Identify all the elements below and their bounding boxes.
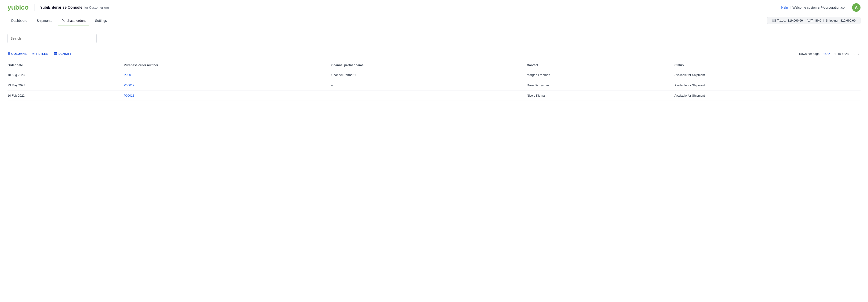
cell-status: Available for Shipment — [675, 80, 861, 91]
rows-per-page-label: Rows per page: — [799, 52, 820, 56]
cell-order-date: 10 Feb 2022 — [7, 91, 124, 101]
avatar[interactable]: A — [852, 3, 861, 12]
cell-po-number[interactable]: P00013 — [124, 70, 331, 80]
cell-order-date: 18 Aug 2023 — [7, 70, 124, 80]
nav-item-settings[interactable]: Settings — [91, 15, 111, 26]
header-sep: | — [790, 6, 790, 9]
org-label: for Customer org — [84, 6, 109, 9]
nav-summary: US Taxes: $10,000.00 | VAT: $0.0 | Shipp… — [767, 17, 861, 24]
next-page-button[interactable]: › — [858, 51, 861, 57]
col-po-number: Purchase order number — [124, 60, 331, 70]
cell-contact: Nicole Kidman — [527, 91, 675, 101]
pagination-controls: Rows per page: 15 25 50 1–15 of 28 ‹ › — [799, 51, 861, 57]
cell-channel-partner: Channel Partner 1 — [331, 70, 527, 80]
nav-bar: Dashboard Shipments Purchase orders Sett… — [0, 15, 868, 26]
columns-label: COLUMNS — [11, 52, 27, 56]
cell-contact: Drew Barrymore — [527, 80, 675, 91]
pagination-info: 1–15 of 28 — [834, 52, 848, 56]
filters-label: FILTERS — [36, 52, 48, 56]
taxes-label: US Taxes: — [772, 19, 786, 22]
nav-sep-2: | — [823, 19, 824, 22]
columns-icon — [7, 52, 10, 56]
cell-po-number[interactable]: P00012 — [124, 80, 331, 91]
welcome-text: Welcome customer@corporation.com — [793, 6, 847, 9]
prev-page-button[interactable]: ‹ — [852, 51, 855, 57]
density-label: DENSITY — [58, 52, 71, 56]
nav-sep-1: | — [805, 19, 805, 22]
table-row: 18 Aug 2023P00013Channel Partner 1Morgan… — [7, 70, 861, 80]
table-row: 10 Feb 2022P00011--Nicole KidmanAvailabl… — [7, 91, 861, 101]
search-input[interactable] — [10, 37, 93, 40]
col-status: Status — [675, 60, 861, 70]
cell-channel-partner: -- — [331, 80, 527, 91]
cell-po-number[interactable]: P00011 — [124, 91, 331, 101]
cell-order-date: 23 May 2023 — [7, 80, 124, 91]
logo: yubico — [7, 4, 29, 11]
shipping-value: $10,000.00 — [840, 19, 856, 22]
vat-label: VAT: — [807, 19, 813, 22]
rows-per-page-select[interactable]: 15 25 50 — [822, 52, 831, 56]
filters-button[interactable]: FILTERS — [32, 51, 49, 57]
columns-button[interactable]: COLUMNS — [7, 51, 27, 57]
header-right: Help | Welcome customer@corporation.com … — [781, 3, 861, 12]
main-content: COLUMNS FILTERS DENSITY Rows per page: 1… — [0, 26, 868, 101]
col-channel-partner: Channel partner name — [331, 60, 527, 70]
density-icon — [54, 52, 57, 56]
nav-item-purchase-orders[interactable]: Purchase orders — [58, 15, 90, 26]
help-link[interactable]: Help — [781, 6, 788, 9]
col-order-date: Order date — [7, 60, 124, 70]
nav-item-shipments[interactable]: Shipments — [33, 15, 56, 26]
cell-status: Available for Shipment — [675, 91, 861, 101]
density-button[interactable]: DENSITY — [54, 51, 71, 57]
toolbar: COLUMNS FILTERS DENSITY Rows per page: 1… — [7, 51, 861, 57]
taxes-value: $10,000.00 — [787, 19, 803, 22]
search-bar — [7, 34, 97, 43]
header: yubico YubiEnterprise Console for Custom… — [0, 0, 868, 15]
filters-icon — [32, 52, 34, 56]
cell-contact: Morgan Freeman — [527, 70, 675, 80]
shipping-label: Shipping: — [826, 19, 838, 22]
purchase-orders-table: Order date Purchase order number Channel… — [7, 60, 861, 101]
vat-value: $0.0 — [815, 19, 821, 22]
table-row: 23 May 2023P00012--Drew BarrymoreAvailab… — [7, 80, 861, 91]
col-contact: Contact — [527, 60, 675, 70]
table-header-row: Order date Purchase order number Channel… — [7, 60, 861, 70]
cell-channel-partner: -- — [331, 91, 527, 101]
nav-item-dashboard[interactable]: Dashboard — [7, 15, 31, 26]
app-title: YubiEnterprise Console — [40, 5, 82, 10]
cell-status: Available for Shipment — [675, 70, 861, 80]
